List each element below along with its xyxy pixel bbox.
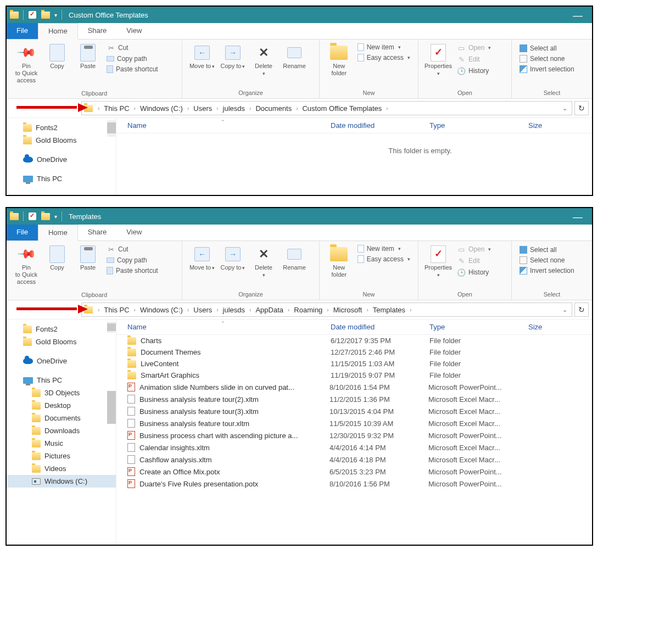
address-dropdown-icon[interactable]: ⌄ — [560, 306, 569, 313]
titlebar[interactable]: ▾ Templates — — [7, 208, 592, 225]
column-header-date[interactable]: Date modified — [331, 121, 429, 130]
save-icon[interactable] — [28, 212, 37, 221]
edit-button[interactable]: ✎Edit — [456, 256, 492, 266]
address-dropdown-icon[interactable]: ⌄ — [560, 105, 569, 112]
file-row[interactable]: SmartArt Graphics11/19/2015 9:07 PMFile … — [116, 369, 592, 381]
column-header-name[interactable]: Name⌃ — [116, 121, 331, 130]
file-tab[interactable]: File — [7, 23, 38, 39]
pin-to-quick-access-button[interactable]: 📌Pinto Quick access — [11, 42, 42, 87]
breadcrumb-segment[interactable]: Roaming — [292, 306, 324, 314]
file-row[interactable]: Business analysis feature tour(2).xltm11… — [116, 393, 592, 405]
breadcrumb-segment[interactable]: Users — [192, 306, 214, 314]
nav-item[interactable]: 3D Objects — [7, 387, 116, 399]
select-none-button[interactable]: Select none — [518, 54, 576, 63]
cut-button[interactable]: ✂Cut — [105, 244, 159, 254]
easy-access-button[interactable]: Easy access ▾ — [356, 255, 411, 264]
breadcrumb-segment[interactable]: This PC — [102, 104, 131, 113]
copy-to-button[interactable]: →Copy to▾ — [217, 42, 248, 72]
home-tab[interactable]: Home — [38, 225, 78, 241]
minimize-button[interactable]: — — [570, 9, 585, 21]
breadcrumb-segment[interactable]: Microsoft — [332, 306, 364, 314]
titlebar[interactable]: ▾ Custom Office Templates — — [7, 7, 592, 23]
file-row[interactable]: Business analysis feature tour.xltm11/5/… — [116, 417, 592, 429]
refresh-button[interactable]: ↻ — [574, 303, 589, 317]
breadcrumb-segment[interactable]: AppData — [254, 306, 285, 314]
nav-item[interactable]: OneDrive — [7, 153, 116, 166]
easy-access-button[interactable]: Easy access ▾ — [356, 53, 411, 62]
nav-item[interactable]: Fonts2 — [7, 121, 116, 134]
nav-item[interactable]: Pictures — [7, 450, 116, 462]
move-to-button[interactable]: ←Move to▾ — [187, 42, 217, 72]
breadcrumb-segment[interactable]: Windows (C:) — [138, 306, 185, 314]
breadcrumb-segment[interactable]: Users — [192, 104, 214, 113]
pin-to-quick-access-button[interactable]: 📌Pinto Quick access — [11, 243, 42, 288]
breadcrumb-segment[interactable]: Windows (C:) — [138, 104, 185, 113]
save-icon[interactable] — [28, 10, 37, 19]
properties-button[interactable]: Properties▾ — [423, 243, 454, 281]
nav-item[interactable]: This PC — [7, 172, 116, 185]
breadcrumb-segment[interactable]: Templates — [371, 306, 407, 314]
file-row[interactable]: Charts6/12/2017 9:35 PMFile folder — [116, 335, 592, 346]
nav-item[interactable]: Documents — [7, 412, 116, 424]
nav-item[interactable]: Desktop — [7, 399, 116, 412]
file-row[interactable]: Document Themes12/27/2015 2:46 PMFile fo… — [116, 346, 592, 358]
file-row[interactable]: Business process chart with ascending pi… — [116, 429, 592, 441]
nav-item[interactable]: Downloads — [7, 424, 116, 437]
paste-shortcut-button[interactable]: Paste shortcut — [105, 65, 159, 74]
breadcrumb-segment[interactable]: This PC — [102, 306, 131, 314]
breadcrumb-segment[interactable]: julesds — [221, 104, 247, 113]
open-button[interactable]: ▭Open ▾ — [456, 43, 492, 53]
breadcrumb-segment[interactable]: julesds — [221, 306, 247, 314]
address-bar[interactable]: ›This PC›Windows (C:)›Users›julesds›Docu… — [81, 101, 572, 115]
history-button[interactable]: 🕒History — [456, 66, 492, 76]
rename-button[interactable]: Rename — [279, 243, 310, 273]
file-tab[interactable]: File — [7, 225, 38, 240]
minimize-button[interactable]: — — [570, 211, 585, 223]
copy-path-button[interactable]: Copy path — [105, 54, 159, 63]
file-row[interactable]: Calendar insights.xltm4/4/2016 4:14 PMMi… — [116, 441, 592, 453]
new-folder-button[interactable]: Newfolder — [324, 243, 354, 281]
qat-dropdown-icon[interactable]: ▾ — [54, 214, 57, 220]
share-tab[interactable]: Share — [78, 225, 117, 240]
edit-button[interactable]: ✎Edit — [456, 54, 492, 64]
nav-item[interactable]: Gold Blooms — [7, 134, 116, 147]
invert-selection-button[interactable]: Invert selection — [518, 65, 576, 74]
delete-button[interactable]: ✕Delete▾ — [248, 243, 279, 281]
breadcrumb-segment[interactable]: Custom Office Templates — [300, 104, 383, 113]
home-tab[interactable]: Home — [38, 23, 78, 40]
history-button[interactable]: 🕒History — [456, 267, 492, 277]
copy-button[interactable]: Copy — [42, 243, 72, 273]
select-none-button[interactable]: Select none — [518, 256, 576, 265]
new-item-button[interactable]: New item ▾ — [356, 244, 411, 253]
column-header-type[interactable]: Type — [429, 323, 528, 331]
select-all-button[interactable]: Select all — [518, 245, 576, 254]
paste-shortcut-button[interactable]: Paste shortcut — [105, 266, 159, 275]
invert-selection-button[interactable]: Invert selection — [518, 266, 576, 275]
nav-item[interactable]: This PC — [7, 374, 116, 387]
rename-button[interactable]: Rename — [279, 42, 310, 72]
copy-button[interactable]: Copy — [42, 42, 72, 72]
paste-button[interactable]: Paste — [72, 243, 103, 273]
new-item-button[interactable]: New item ▾ — [356, 43, 411, 52]
properties-button[interactable]: Properties▾ — [423, 42, 454, 79]
refresh-button[interactable]: ↻ — [574, 101, 589, 115]
nav-item[interactable]: Videos — [7, 462, 116, 475]
column-header-date[interactable]: Date modified — [331, 323, 429, 331]
paste-button[interactable]: Paste — [72, 42, 103, 72]
nav-item[interactable]: Music — [7, 437, 116, 450]
open-button[interactable]: ▭Open ▾ — [456, 244, 492, 254]
cut-button[interactable]: ✂Cut — [105, 43, 159, 53]
select-all-button[interactable]: Select all — [518, 44, 576, 53]
view-tab[interactable]: View — [116, 23, 152, 39]
column-header-size[interactable]: Size — [528, 323, 561, 331]
column-header-size[interactable]: Size — [528, 121, 561, 130]
file-row[interactable]: Duarte's Five Rules presentation.potx8/1… — [116, 478, 592, 490]
column-header-name[interactable]: Name⌃ — [116, 323, 331, 331]
address-bar[interactable]: ›This PC›Windows (C:)›Users›julesds›AppD… — [81, 303, 572, 317]
nav-item[interactable]: Windows (C:) — [7, 475, 116, 488]
move-to-button[interactable]: ←Move to▾ — [187, 243, 217, 273]
nav-item[interactable]: Fonts2 — [7, 323, 116, 335]
delete-button[interactable]: ✕Delete▾ — [248, 42, 279, 79]
share-tab[interactable]: Share — [78, 23, 117, 39]
column-header-type[interactable]: Type — [429, 121, 528, 130]
